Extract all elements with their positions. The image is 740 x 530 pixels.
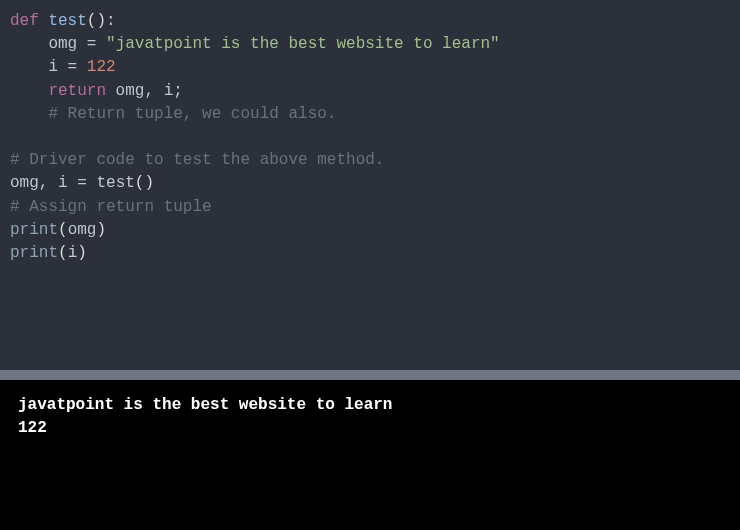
variable: i bbox=[48, 58, 67, 76]
comment: # Assign return tuple bbox=[10, 198, 212, 216]
code-line: print(i) bbox=[10, 242, 730, 265]
parens: () bbox=[87, 12, 106, 30]
paren-close: ) bbox=[77, 244, 87, 262]
function-name: test bbox=[39, 12, 87, 30]
string-literal: "javatpoint is the best website to learn… bbox=[96, 35, 499, 53]
equals: = bbox=[77, 174, 87, 192]
output-console: javatpoint is the best website to learn … bbox=[0, 380, 740, 530]
comment: # Return tuple, we could also. bbox=[48, 105, 336, 123]
code-line: # Driver code to test the above method. bbox=[10, 149, 730, 172]
lhs: omg, i bbox=[10, 174, 77, 192]
output-line: 122 bbox=[18, 417, 722, 440]
code-editor[interactable]: def test(): omg = "javatpoint is the bes… bbox=[0, 0, 740, 370]
colon: : bbox=[106, 12, 116, 30]
equals: = bbox=[87, 35, 97, 53]
paren-close: ) bbox=[96, 221, 106, 239]
arg: i bbox=[68, 244, 78, 262]
call-name: test bbox=[96, 174, 134, 192]
arg: omg bbox=[68, 221, 97, 239]
paren-open: ( bbox=[58, 244, 68, 262]
comment: # Driver code to test the above method. bbox=[10, 151, 384, 169]
code-line: omg = "javatpoint is the best website to… bbox=[10, 33, 730, 56]
code-line: omg, i = test() bbox=[10, 172, 730, 195]
keyword-def: def bbox=[10, 12, 39, 30]
builtin-print: print bbox=[10, 244, 58, 262]
variable: omg bbox=[48, 35, 86, 53]
output-line: javatpoint is the best website to learn bbox=[18, 394, 722, 417]
return-vars: omg, i bbox=[106, 82, 173, 100]
equals: = bbox=[68, 58, 78, 76]
code-line: i = 122 bbox=[10, 56, 730, 79]
number-literal: 122 bbox=[87, 58, 116, 76]
code-line: def test(): bbox=[10, 10, 730, 33]
semicolon: ; bbox=[173, 82, 183, 100]
pane-separator bbox=[0, 370, 740, 380]
code-line: print(omg) bbox=[10, 219, 730, 242]
builtin-print: print bbox=[10, 221, 58, 239]
parens: () bbox=[135, 174, 154, 192]
code-line: # Return tuple, we could also. bbox=[10, 103, 730, 126]
code-line: # Assign return tuple bbox=[10, 196, 730, 219]
paren-open: ( bbox=[58, 221, 68, 239]
code-line bbox=[10, 126, 730, 149]
keyword-return: return bbox=[48, 82, 106, 100]
code-line: return omg, i; bbox=[10, 80, 730, 103]
